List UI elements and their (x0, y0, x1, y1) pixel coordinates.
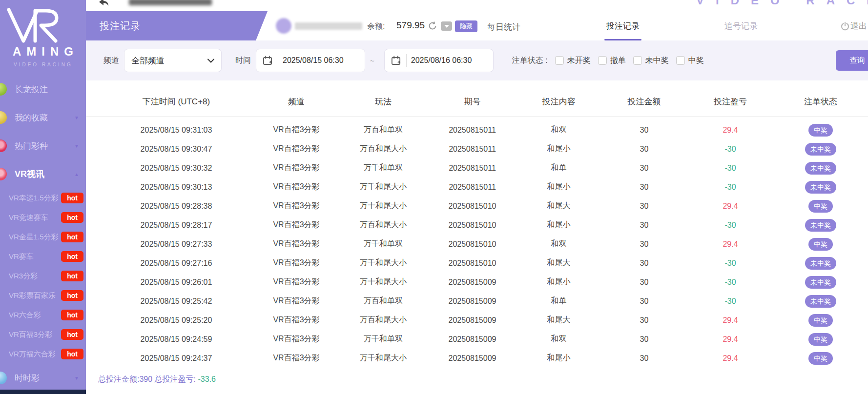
sidebar-submenu: VR幸运1.5分彩 hot VR竞速赛车 hot VR金星1.5分彩 hot V… (0, 188, 86, 364)
checkbox-icon[interactable] (633, 56, 642, 65)
channel-select[interactable]: 全部频道 (124, 49, 222, 72)
table-row: 2025/08/15 09:27:33 VR百福3分彩 万千和单双 202508… (86, 235, 868, 254)
sidebar-subitem[interactable]: VR万福六合彩 hot (0, 344, 86, 364)
checkbox-label: 撤单 (610, 56, 626, 66)
search-button[interactable]: 查询 (836, 50, 868, 71)
cell-play-type: 万千和尾大小 (338, 353, 428, 363)
cell-channel: VR百福3分彩 (254, 163, 338, 173)
sidebar-item-vr-video[interactable]: VR视讯 ▲ (0, 160, 86, 188)
table-row: 2025/08/15 09:24:59 VR百福3分彩 万千和单双 202508… (86, 330, 868, 349)
checkbox-icon[interactable] (555, 56, 564, 65)
sidebar-subitem[interactable]: VR六合彩 hot (0, 305, 86, 325)
channel-label: 频道 (103, 56, 119, 66)
sidebar-subitem[interactable]: VR赛车 hot (0, 247, 86, 266)
table-row: 2025/08/15 09:30:47 VR百福3分彩 万百和尾大小 20250… (86, 139, 868, 158)
cell-issue-no: 20250815011 (428, 164, 517, 173)
status-checkbox-item[interactable]: 中奖 (676, 56, 704, 66)
tab-chase-records[interactable]: 追号记录 (718, 11, 765, 40)
total-amount-label: 总投注金额: (98, 375, 139, 383)
total-profit-label: 总投注盈亏: (155, 375, 196, 383)
checkbox-icon[interactable] (598, 56, 607, 65)
cell-profit: -30 (724, 297, 736, 305)
cell-issue-no: 20250815011 (428, 183, 517, 192)
cell-profit: 29.4 (723, 202, 738, 210)
status-badge: 未中奖 (805, 295, 836, 308)
sidebar-subitem-label: VR万福六合彩 (9, 350, 56, 359)
header-bar: 投注记录 余额: 579.95 隐藏 每日统计 投注记录 追号记录 退出 (86, 11, 868, 40)
cell-channel: VR百福3分彩 (254, 334, 338, 344)
sidebar-subitem[interactable]: VR3分彩 hot (0, 266, 86, 286)
hot-badge: hot (61, 232, 83, 242)
cell-channel: VR百福3分彩 (254, 296, 338, 306)
checkbox-label: 未中奖 (645, 56, 669, 66)
cell-bet-content: 和尾大 (517, 258, 601, 268)
status-badge: 未中奖 (805, 162, 836, 175)
table-body: 2025/08/15 09:31:03 VR百福3分彩 万百和单双 202508… (86, 117, 868, 368)
sidebar-item-hot-lotteries[interactable]: 热门彩种 ▼ (0, 132, 86, 160)
balance-value: 579.95 (396, 20, 425, 31)
brand-logo: AMING VIDEO RACING (0, 0, 86, 68)
cell-profit: 29.4 (723, 240, 738, 248)
cell-play-type: 万百和尾大小 (338, 315, 428, 325)
sidebar-item-label: 长龙投注 (15, 84, 48, 95)
cell-issue-no: 20250815009 (428, 354, 517, 363)
table-row: 2025/08/15 09:31:03 VR百福3分彩 万百和单双 202508… (86, 120, 868, 139)
table-row: 2025/08/15 09:24:37 VR百福3分彩 万千和尾大小 20250… (86, 349, 868, 368)
sidebar-item-shishicai[interactable]: 时时彩 ▼ (0, 364, 86, 392)
redacted-page-heading (129, 0, 212, 5)
sidebar-item-favorites[interactable]: 我的收藏 ▼ (0, 103, 86, 132)
hot-badge: hot (61, 290, 83, 301)
balance-label: 余额: (367, 21, 385, 32)
hot-badge: hot (61, 193, 83, 203)
total-amount-value: 390 (139, 375, 152, 383)
cell-bet-content: 和尾小 (517, 144, 601, 154)
sidebar-subitem[interactable]: VR幸运1.5分彩 hot (0, 188, 86, 208)
table-row: 2025/08/15 09:28:38 VR百福3分彩 万十和尾大小 20250… (86, 197, 868, 216)
cell-channel: VR百福3分彩 (254, 201, 338, 211)
cell-profit: 29.4 (723, 316, 738, 324)
cell-bet-amount: 30 (601, 126, 687, 135)
sidebar-item-changlong[interactable]: 长龙投注 (0, 75, 86, 103)
balance-dropdown-button[interactable] (441, 21, 452, 31)
table-row: 2025/08/15 09:27:16 VR百福3分彩 万千和尾大小 20250… (86, 254, 868, 273)
status-checkbox-item[interactable]: 未开奖 (555, 56, 591, 66)
checkbox-icon[interactable] (676, 56, 685, 65)
status-badge: 未中奖 (805, 181, 836, 194)
cell-bet-time: 2025/08/15 09:30:32 (86, 164, 254, 173)
date-to-input[interactable]: 2025/08/16 06:30 (384, 49, 494, 72)
cell-bet-amount: 30 (601, 202, 687, 211)
status-checkbox-item[interactable]: 撤单 (598, 56, 626, 66)
status-checkbox-item[interactable]: 未中奖 (633, 56, 669, 66)
cell-play-type: 万千和单双 (338, 239, 428, 249)
cell-profit: 29.4 (723, 126, 738, 134)
cell-bet-time: 2025/08/15 09:28:38 (86, 202, 254, 211)
cell-issue-no: 20250815011 (428, 145, 517, 154)
cell-play-type: 万百和单双 (338, 125, 428, 135)
hide-balance-button[interactable]: 隐藏 (455, 20, 477, 32)
back-arrow-icon[interactable] (97, 0, 109, 8)
cell-channel: VR百福3分彩 (254, 125, 338, 135)
cell-issue-no: 20250815009 (428, 335, 517, 344)
sidebar-nav: 长龙投注 我的收藏 ▼ 热门彩种 ▼ VR视讯 ▲ VR幸运1.5分彩 hot … (0, 75, 86, 392)
cell-bet-time: 2025/08/15 09:27:16 (86, 259, 254, 268)
calendar-icon (391, 55, 402, 66)
cell-bet-content: 和双 (517, 125, 601, 135)
totals-summary: 总投注金额:390 总投注盈亏: -33.6 (98, 374, 868, 385)
sidebar-subitem[interactable]: VR金星1.5分彩 hot (0, 227, 86, 247)
logout-button[interactable]: 退出 (840, 20, 867, 32)
date-from-input[interactable]: 2025/08/15 06:30 (256, 49, 365, 72)
col-header-profit: 投注盈亏 (687, 96, 773, 107)
tab-bet-records[interactable]: 投注记录 (599, 11, 646, 40)
cell-bet-content: 和尾小 (517, 220, 601, 230)
sidebar-subitem[interactable]: VR百福3分彩 hot (0, 325, 86, 344)
sidebar-subitem[interactable]: VR彩票百家乐 hot (0, 286, 86, 305)
cell-issue-no: 20250815010 (428, 259, 517, 268)
refresh-icon[interactable] (428, 21, 437, 31)
daily-stats-link[interactable]: 每日统计 (487, 21, 520, 33)
sidebar-subitem[interactable]: VR竞速赛车 hot (0, 208, 86, 227)
divider (278, 54, 278, 67)
rose-ball-icon (0, 168, 7, 180)
power-icon (840, 21, 850, 31)
cell-issue-no: 20250815010 (428, 221, 517, 230)
order-status-label: 注单状态 : (512, 56, 548, 66)
